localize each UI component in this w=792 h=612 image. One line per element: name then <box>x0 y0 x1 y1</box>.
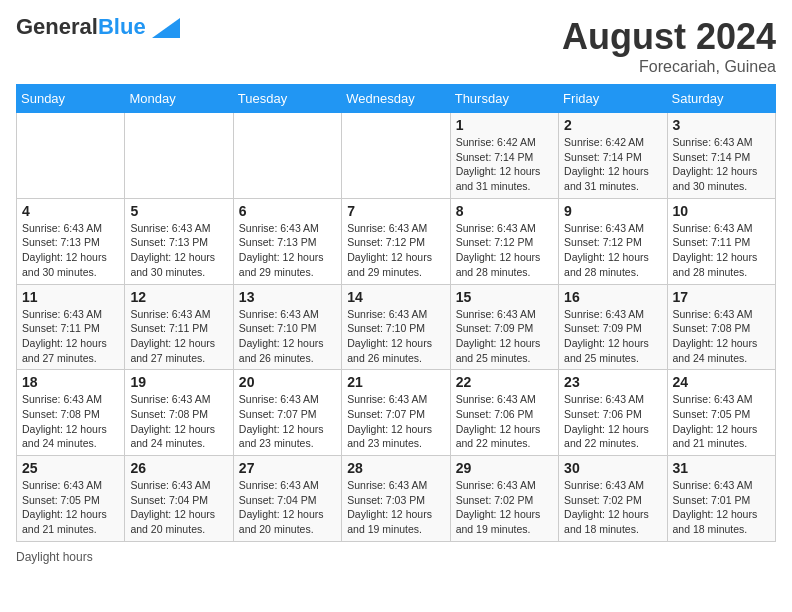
calendar-cell: 1Sunrise: 6:42 AMSunset: 7:14 PMDaylight… <box>450 113 558 199</box>
day-number: 4 <box>22 203 119 219</box>
day-number: 1 <box>456 117 553 133</box>
calendar-cell <box>17 113 125 199</box>
calendar-cell: 27Sunrise: 6:43 AMSunset: 7:04 PMDayligh… <box>233 456 341 542</box>
day-number: 6 <box>239 203 336 219</box>
calendar-cell: 28Sunrise: 6:43 AMSunset: 7:03 PMDayligh… <box>342 456 450 542</box>
calendar-cell: 22Sunrise: 6:43 AMSunset: 7:06 PMDayligh… <box>450 370 558 456</box>
day-info: Sunrise: 6:42 AMSunset: 7:14 PMDaylight:… <box>564 135 661 194</box>
day-info: Sunrise: 6:43 AMSunset: 7:02 PMDaylight:… <box>456 478 553 537</box>
day-number: 28 <box>347 460 444 476</box>
day-info: Sunrise: 6:43 AMSunset: 7:14 PMDaylight:… <box>673 135 770 194</box>
calendar-cell: 29Sunrise: 6:43 AMSunset: 7:02 PMDayligh… <box>450 456 558 542</box>
month-year: August 2024 <box>562 16 776 58</box>
day-info: Sunrise: 6:43 AMSunset: 7:04 PMDaylight:… <box>130 478 227 537</box>
calendar-cell: 6Sunrise: 6:43 AMSunset: 7:13 PMDaylight… <box>233 198 341 284</box>
day-of-week-sunday: Sunday <box>17 85 125 113</box>
day-info: Sunrise: 6:43 AMSunset: 7:10 PMDaylight:… <box>239 307 336 366</box>
calendar-cell: 5Sunrise: 6:43 AMSunset: 7:13 PMDaylight… <box>125 198 233 284</box>
calendar-cell: 24Sunrise: 6:43 AMSunset: 7:05 PMDayligh… <box>667 370 775 456</box>
daylight-hours-label: Daylight hours <box>16 550 93 564</box>
calendar-cell: 20Sunrise: 6:43 AMSunset: 7:07 PMDayligh… <box>233 370 341 456</box>
day-info: Sunrise: 6:43 AMSunset: 7:07 PMDaylight:… <box>347 392 444 451</box>
title-block: August 2024 Forecariah, Guinea <box>562 16 776 76</box>
day-number: 23 <box>564 374 661 390</box>
calendar-cell: 30Sunrise: 6:43 AMSunset: 7:02 PMDayligh… <box>559 456 667 542</box>
week-row-3: 11Sunrise: 6:43 AMSunset: 7:11 PMDayligh… <box>17 284 776 370</box>
calendar-cell: 2Sunrise: 6:42 AMSunset: 7:14 PMDaylight… <box>559 113 667 199</box>
day-number: 20 <box>239 374 336 390</box>
day-of-week-friday: Friday <box>559 85 667 113</box>
calendar-cell: 14Sunrise: 6:43 AMSunset: 7:10 PMDayligh… <box>342 284 450 370</box>
day-number: 13 <box>239 289 336 305</box>
day-number: 26 <box>130 460 227 476</box>
day-number: 27 <box>239 460 336 476</box>
day-info: Sunrise: 6:43 AMSunset: 7:11 PMDaylight:… <box>130 307 227 366</box>
day-info: Sunrise: 6:43 AMSunset: 7:07 PMDaylight:… <box>239 392 336 451</box>
day-of-week-tuesday: Tuesday <box>233 85 341 113</box>
footer: Daylight hours <box>16 550 776 564</box>
day-info: Sunrise: 6:43 AMSunset: 7:08 PMDaylight:… <box>130 392 227 451</box>
day-number: 29 <box>456 460 553 476</box>
day-info: Sunrise: 6:43 AMSunset: 7:05 PMDaylight:… <box>22 478 119 537</box>
day-info: Sunrise: 6:43 AMSunset: 7:13 PMDaylight:… <box>22 221 119 280</box>
calendar-cell: 25Sunrise: 6:43 AMSunset: 7:05 PMDayligh… <box>17 456 125 542</box>
calendar-cell: 18Sunrise: 6:43 AMSunset: 7:08 PMDayligh… <box>17 370 125 456</box>
page-header: GeneralBlue August 2024 Forecariah, Guin… <box>16 16 776 76</box>
calendar-cell: 26Sunrise: 6:43 AMSunset: 7:04 PMDayligh… <box>125 456 233 542</box>
calendar-cell: 4Sunrise: 6:43 AMSunset: 7:13 PMDaylight… <box>17 198 125 284</box>
day-of-week-thursday: Thursday <box>450 85 558 113</box>
calendar-cell <box>125 113 233 199</box>
week-row-5: 25Sunrise: 6:43 AMSunset: 7:05 PMDayligh… <box>17 456 776 542</box>
calendar-cell: 10Sunrise: 6:43 AMSunset: 7:11 PMDayligh… <box>667 198 775 284</box>
week-row-1: 1Sunrise: 6:42 AMSunset: 7:14 PMDaylight… <box>17 113 776 199</box>
logo: GeneralBlue <box>16 16 180 38</box>
day-of-week-saturday: Saturday <box>667 85 775 113</box>
day-number: 22 <box>456 374 553 390</box>
day-number: 10 <box>673 203 770 219</box>
calendar-cell: 13Sunrise: 6:43 AMSunset: 7:10 PMDayligh… <box>233 284 341 370</box>
svg-marker-0 <box>152 18 180 38</box>
day-info: Sunrise: 6:43 AMSunset: 7:09 PMDaylight:… <box>564 307 661 366</box>
day-info: Sunrise: 6:43 AMSunset: 7:05 PMDaylight:… <box>673 392 770 451</box>
day-info: Sunrise: 6:43 AMSunset: 7:06 PMDaylight:… <box>456 392 553 451</box>
week-row-2: 4Sunrise: 6:43 AMSunset: 7:13 PMDaylight… <box>17 198 776 284</box>
calendar-cell: 16Sunrise: 6:43 AMSunset: 7:09 PMDayligh… <box>559 284 667 370</box>
calendar-cell: 3Sunrise: 6:43 AMSunset: 7:14 PMDaylight… <box>667 113 775 199</box>
day-info: Sunrise: 6:43 AMSunset: 7:12 PMDaylight:… <box>564 221 661 280</box>
day-info: Sunrise: 6:43 AMSunset: 7:01 PMDaylight:… <box>673 478 770 537</box>
day-info: Sunrise: 6:43 AMSunset: 7:10 PMDaylight:… <box>347 307 444 366</box>
day-number: 12 <box>130 289 227 305</box>
calendar-header: SundayMondayTuesdayWednesdayThursdayFrid… <box>17 85 776 113</box>
calendar-body: 1Sunrise: 6:42 AMSunset: 7:14 PMDaylight… <box>17 113 776 542</box>
calendar-cell <box>342 113 450 199</box>
day-info: Sunrise: 6:43 AMSunset: 7:12 PMDaylight:… <box>347 221 444 280</box>
calendar-cell: 8Sunrise: 6:43 AMSunset: 7:12 PMDaylight… <box>450 198 558 284</box>
day-number: 8 <box>456 203 553 219</box>
day-info: Sunrise: 6:43 AMSunset: 7:09 PMDaylight:… <box>456 307 553 366</box>
calendar-cell: 21Sunrise: 6:43 AMSunset: 7:07 PMDayligh… <box>342 370 450 456</box>
day-info: Sunrise: 6:42 AMSunset: 7:14 PMDaylight:… <box>456 135 553 194</box>
calendar-cell: 23Sunrise: 6:43 AMSunset: 7:06 PMDayligh… <box>559 370 667 456</box>
day-info: Sunrise: 6:43 AMSunset: 7:13 PMDaylight:… <box>130 221 227 280</box>
location: Forecariah, Guinea <box>562 58 776 76</box>
calendar-cell: 19Sunrise: 6:43 AMSunset: 7:08 PMDayligh… <box>125 370 233 456</box>
day-number: 18 <box>22 374 119 390</box>
calendar-cell: 7Sunrise: 6:43 AMSunset: 7:12 PMDaylight… <box>342 198 450 284</box>
day-info: Sunrise: 6:43 AMSunset: 7:12 PMDaylight:… <box>456 221 553 280</box>
day-number: 21 <box>347 374 444 390</box>
day-number: 14 <box>347 289 444 305</box>
calendar-cell: 9Sunrise: 6:43 AMSunset: 7:12 PMDaylight… <box>559 198 667 284</box>
day-number: 24 <box>673 374 770 390</box>
calendar-cell <box>233 113 341 199</box>
header-row: SundayMondayTuesdayWednesdayThursdayFrid… <box>17 85 776 113</box>
day-info: Sunrise: 6:43 AMSunset: 7:08 PMDaylight:… <box>22 392 119 451</box>
day-number: 11 <box>22 289 119 305</box>
day-info: Sunrise: 6:43 AMSunset: 7:03 PMDaylight:… <box>347 478 444 537</box>
day-info: Sunrise: 6:43 AMSunset: 7:13 PMDaylight:… <box>239 221 336 280</box>
day-number: 2 <box>564 117 661 133</box>
calendar-cell: 12Sunrise: 6:43 AMSunset: 7:11 PMDayligh… <box>125 284 233 370</box>
day-info: Sunrise: 6:43 AMSunset: 7:08 PMDaylight:… <box>673 307 770 366</box>
day-number: 15 <box>456 289 553 305</box>
day-number: 9 <box>564 203 661 219</box>
calendar-cell: 15Sunrise: 6:43 AMSunset: 7:09 PMDayligh… <box>450 284 558 370</box>
